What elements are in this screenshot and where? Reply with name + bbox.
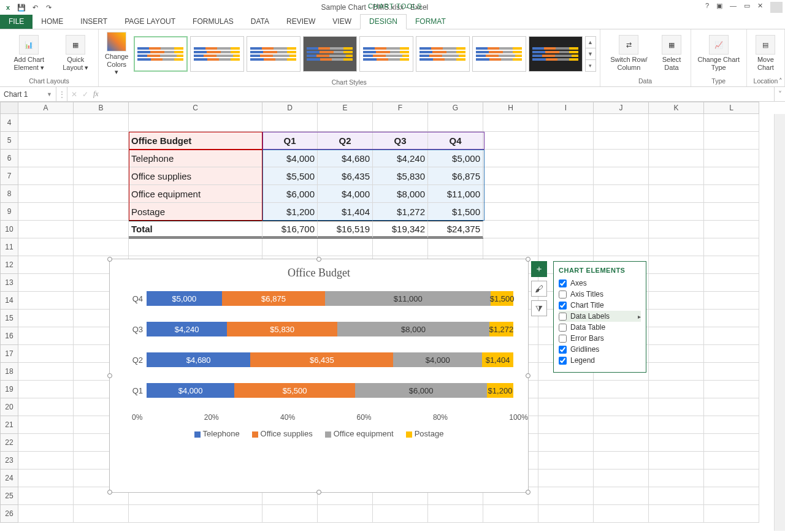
select-all-corner[interactable] bbox=[0, 102, 18, 114]
cell-L19[interactable] bbox=[704, 381, 759, 398]
cell-K26[interactable] bbox=[649, 505, 704, 523]
element-chart title[interactable]: Chart Title bbox=[559, 300, 641, 311]
element-error bars[interactable]: Error Bars bbox=[559, 333, 641, 344]
cell-I19[interactable] bbox=[538, 381, 594, 398]
cell-I7[interactable] bbox=[538, 167, 594, 185]
cell-J11[interactable] bbox=[594, 238, 649, 256]
style-thumb-7[interactable] bbox=[472, 36, 526, 72]
cell-J19[interactable] bbox=[594, 381, 649, 398]
cell-J7[interactable] bbox=[594, 167, 649, 185]
row-header-7[interactable]: 7 bbox=[0, 167, 18, 185]
cell-J26[interactable] bbox=[594, 505, 649, 523]
col-header-L[interactable]: L bbox=[704, 102, 759, 114]
cell-K4[interactable] bbox=[649, 114, 704, 132]
cell-A23[interactable] bbox=[18, 452, 74, 469]
cell-A24[interactable] bbox=[18, 469, 74, 487]
cell-L9[interactable] bbox=[704, 203, 759, 221]
cell-J8[interactable] bbox=[594, 185, 649, 203]
legend-item[interactable]: Office equipment bbox=[325, 429, 394, 438]
formula-expand-icon[interactable]: ˅ bbox=[774, 87, 785, 101]
tab-home[interactable]: HOME bbox=[33, 15, 72, 29]
row-header-17[interactable]: 17 bbox=[0, 345, 18, 363]
cell-A14[interactable] bbox=[18, 292, 74, 310]
row-header-9[interactable]: 9 bbox=[0, 203, 18, 221]
checkbox[interactable] bbox=[559, 313, 567, 321]
element-data table[interactable]: Data Table bbox=[559, 322, 641, 333]
cell-K17[interactable] bbox=[649, 345, 704, 363]
row-header-24[interactable]: 24 bbox=[0, 469, 18, 487]
cell-K13[interactable] bbox=[649, 274, 704, 292]
cell-L13[interactable] bbox=[704, 274, 759, 292]
cell-L7[interactable] bbox=[704, 167, 759, 185]
col-header-B[interactable]: B bbox=[74, 102, 129, 114]
row-header-10[interactable]: 10 bbox=[0, 221, 18, 238]
cell-J21[interactable] bbox=[594, 416, 649, 434]
cell-G11[interactable] bbox=[428, 238, 483, 256]
tab-page-layout[interactable]: PAGE LAYOUT bbox=[116, 15, 184, 29]
row-header-26[interactable]: 26 bbox=[0, 505, 18, 523]
cell-L15[interactable] bbox=[704, 310, 759, 327]
cell-I8[interactable] bbox=[538, 185, 594, 203]
cell-A15[interactable] bbox=[18, 310, 74, 327]
cell-A19[interactable] bbox=[18, 381, 74, 398]
cell-A5[interactable] bbox=[18, 132, 74, 150]
cell-K15[interactable] bbox=[649, 310, 704, 327]
chart-filter-button[interactable]: ⧩ bbox=[531, 300, 547, 316]
row-header-19[interactable]: 19 bbox=[0, 381, 18, 398]
cell-H10[interactable] bbox=[483, 221, 538, 238]
chart-segment-Telephone[interactable]: $5,000 bbox=[147, 291, 222, 306]
cell-I5[interactable] bbox=[538, 132, 594, 150]
cell-F11[interactable] bbox=[373, 238, 428, 256]
cell-B6[interactable] bbox=[74, 150, 129, 167]
cell-E11[interactable] bbox=[318, 238, 373, 256]
cell-K16[interactable] bbox=[649, 327, 704, 345]
cell-D26[interactable] bbox=[262, 505, 318, 523]
cell-B7[interactable] bbox=[74, 167, 129, 185]
cell-B9[interactable] bbox=[74, 203, 129, 221]
cell-D10[interactable]: $16,700 bbox=[262, 221, 318, 238]
cell-D4[interactable] bbox=[262, 114, 318, 132]
cell-L8[interactable] bbox=[704, 185, 759, 203]
element-data labels[interactable]: Data Labels▸ bbox=[559, 311, 641, 322]
cell-L5[interactable] bbox=[704, 132, 759, 150]
row-header-15[interactable]: 15 bbox=[0, 310, 18, 327]
cell-J24[interactable] bbox=[594, 469, 649, 487]
cell-L6[interactable] bbox=[704, 150, 759, 167]
cell-I11[interactable] bbox=[538, 238, 594, 256]
cell-L22[interactable] bbox=[704, 434, 759, 452]
redo-icon[interactable]: ↷ bbox=[43, 2, 54, 13]
checkbox[interactable] bbox=[559, 324, 567, 332]
cell-B5[interactable] bbox=[74, 132, 129, 150]
style-thumb-6[interactable] bbox=[416, 36, 470, 72]
cell-G10[interactable]: $24,375 bbox=[428, 221, 483, 238]
element-axis titles[interactable]: Axis Titles bbox=[559, 289, 641, 300]
style-thumb-3[interactable] bbox=[247, 36, 301, 72]
cell-F4[interactable] bbox=[373, 114, 428, 132]
cell-J22[interactable] bbox=[594, 434, 649, 452]
legend-item[interactable]: Postage bbox=[406, 429, 444, 438]
cell-A13[interactable] bbox=[18, 274, 74, 292]
cell-C4[interactable] bbox=[129, 114, 262, 132]
row-header-8[interactable]: 8 bbox=[0, 185, 18, 203]
tab-review[interactable]: REVIEW bbox=[278, 15, 324, 29]
cell-A26[interactable] bbox=[18, 505, 74, 523]
tab-format[interactable]: FORMAT bbox=[407, 15, 454, 29]
cell-A10[interactable] bbox=[18, 221, 74, 238]
row-header-11[interactable]: 11 bbox=[0, 238, 18, 256]
chart-segment-Office equipment[interactable]: $11,000 bbox=[325, 291, 491, 306]
tab-data[interactable]: DATA bbox=[242, 15, 278, 29]
style-thumb-4[interactable] bbox=[303, 36, 357, 72]
cell-A11[interactable] bbox=[18, 238, 74, 256]
enter-icon[interactable]: ✓ bbox=[82, 90, 88, 99]
cell-A7[interactable] bbox=[18, 167, 74, 185]
cell-K14[interactable] bbox=[649, 292, 704, 310]
row-header-14[interactable]: 14 bbox=[0, 292, 18, 310]
cell-L11[interactable] bbox=[704, 238, 759, 256]
restore-icon[interactable]: ▭ bbox=[744, 2, 750, 13]
cell-I22[interactable] bbox=[538, 434, 594, 452]
cell-K12[interactable] bbox=[649, 256, 704, 274]
cell-G4[interactable] bbox=[428, 114, 483, 132]
cell-H9[interactable] bbox=[483, 203, 538, 221]
cancel-icon[interactable]: ✕ bbox=[71, 90, 77, 99]
formula-bar[interactable]: ✕ ✓ fx bbox=[67, 87, 774, 101]
